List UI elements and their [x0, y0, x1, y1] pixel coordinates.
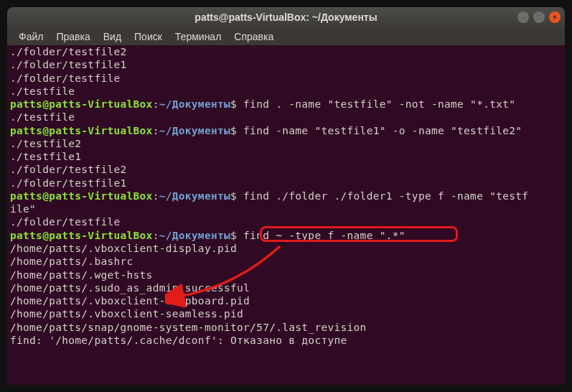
menubar: Файл Правка Вид Поиск Терминал Справка [7, 27, 565, 45]
prompt-path: ~/Документы [159, 190, 230, 202]
prompt-symbol: $ [230, 125, 237, 136]
prompt-colon: : [153, 190, 159, 202]
output-line: ./folder/testfile [10, 215, 562, 228]
output-line: /home/patts/.vboxclient-clipboard.pid [10, 294, 562, 307]
minimize-button[interactable]: – [517, 11, 529, 23]
menu-file[interactable]: Файл [13, 29, 49, 44]
prompt-user: patts@patts-VirtualBox [10, 98, 153, 110]
output-line: /home/patts/.sudo_as_admin_successful [10, 281, 562, 294]
output-line: /home/patts/snap/gnome-system-monitor/57… [10, 321, 562, 334]
command-text: find . -name "testfile" -not -name "*.tx… [237, 98, 515, 110]
prompt-colon: : [153, 230, 159, 241]
prompt-line: patts@patts-VirtualBox:~/Документы$ find… [10, 124, 562, 137]
output-line: /home/patts/.bashrc [10, 255, 562, 268]
window-title: patts@patts-VirtualBox: ~/Документы [194, 11, 377, 23]
menu-edit[interactable]: Правка [50, 29, 95, 44]
output-line: ./folder/testfile2 [10, 45, 562, 58]
prompt-line: patts@patts-VirtualBox:~/Документы$ find… [10, 98, 562, 111]
output-line: /home/patts/.wget-hsts [10, 269, 562, 281]
output-line: ./testfile2 [10, 137, 562, 150]
prompt-symbol: $ [230, 190, 237, 202]
output-line: find: '/home/patts/.cache/dconf': Отказа… [10, 334, 562, 347]
prompt-line: patts@patts-VirtualBox:~/Документы$ find… [10, 229, 562, 242]
menu-search[interactable]: Поиск [128, 29, 168, 44]
menu-view[interactable]: Вид [98, 29, 127, 44]
output-line: ile" [10, 202, 562, 215]
titlebar[interactable]: patts@patts-VirtualBox: ~/Документы – □ … [7, 7, 565, 27]
prompt-colon: : [153, 125, 159, 136]
prompt-user: patts@patts-VirtualBox [10, 125, 153, 136]
output-line: ./folder/testfile1 [10, 58, 562, 71]
close-button[interactable]: × [549, 11, 561, 23]
command-text: find ./folder ./folder1 -type f -name "t… [237, 190, 528, 202]
terminal-content[interactable]: ./folder/testfile2 ./folder/testfile1 ./… [7, 45, 565, 350]
prompt-path: ~/Документы [159, 125, 230, 136]
window-controls: – □ × [517, 11, 561, 23]
prompt-colon: : [153, 98, 159, 110]
output-line: ./testfile [10, 111, 562, 123]
menu-terminal[interactable]: Терминал [169, 29, 227, 44]
output-line: /home/patts/.vboxclient-seamless.pid [10, 307, 562, 320]
output-line: ./folder/testfile1 [10, 177, 562, 190]
maximize-button[interactable]: □ [533, 11, 545, 23]
menu-help[interactable]: Справка [228, 29, 279, 44]
prompt-path: ~/Документы [159, 230, 230, 241]
command-text: find -name "testfile1" -o -name "testfil… [237, 125, 522, 136]
output-line: ./testfile [10, 85, 562, 98]
prompt-path: ~/Документы [159, 98, 230, 110]
prompt-user: patts@patts-VirtualBox [10, 190, 153, 202]
command-text: find ~ -type f -name ".*" [237, 230, 405, 241]
output-line: /home/patts/.vboxclient-display.pid [10, 242, 562, 255]
terminal-window: patts@patts-VirtualBox: ~/Документы – □ … [7, 7, 565, 385]
prompt-line: patts@patts-VirtualBox:~/Документы$ find… [10, 190, 562, 202]
prompt-symbol: $ [230, 230, 237, 241]
output-line: ./testfile1 [10, 150, 562, 163]
prompt-user: patts@patts-VirtualBox [10, 230, 153, 241]
output-line: ./folder/testfile2 [10, 163, 562, 176]
output-line: ./folder/testfile [10, 72, 562, 85]
prompt-symbol: $ [230, 98, 237, 110]
